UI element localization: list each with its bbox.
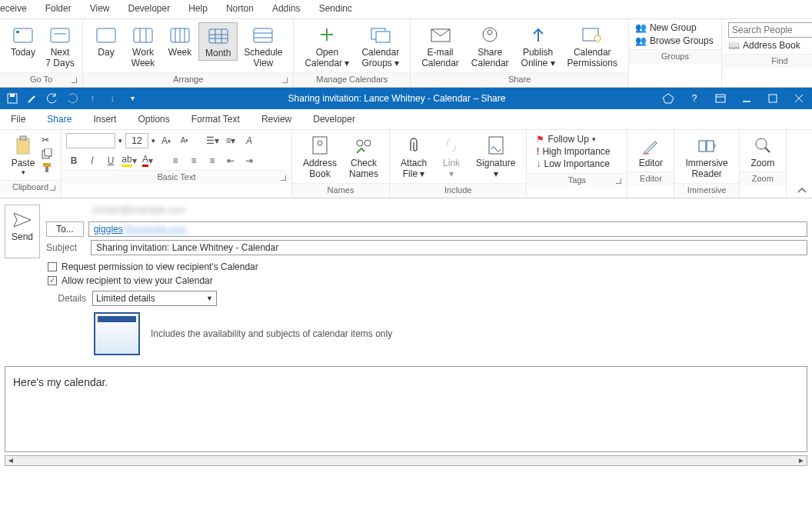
details-label: Details — [48, 293, 86, 304]
allow-view-checkbox[interactable] — [48, 276, 57, 285]
svg-marker-55 — [14, 213, 31, 227]
qat-customize-icon[interactable]: ▾ — [126, 92, 138, 105]
bold-icon[interactable]: B — [66, 153, 82, 168]
subject-input[interactable]: Sharing invitation: Lance Whitney - Cale… — [91, 240, 807, 255]
check-names-button[interactable]: Check Names — [343, 133, 384, 181]
email-calendar-button[interactable]: E-mail Calendar — [415, 22, 465, 71]
decrease-indent-icon[interactable]: ⇤ — [223, 153, 238, 168]
tab-developer[interactable]: Developer — [313, 114, 355, 125]
font-family-select[interactable] — [66, 133, 115, 148]
share-calendar-button[interactable]: Share Calendar — [465, 22, 515, 71]
signature-button[interactable]: Signature▾ — [470, 133, 521, 181]
tab-review[interactable]: Review — [261, 114, 291, 125]
align-right-icon[interactable]: ≡ — [205, 153, 220, 168]
high-importance-button[interactable]: !High Importance — [531, 145, 622, 158]
minimize-button[interactable] — [734, 88, 760, 109]
editor-button[interactable]: Editor — [632, 133, 669, 170]
font-size-select[interactable]: 12 — [125, 133, 148, 148]
request-permission-checkbox[interactable] — [48, 262, 57, 271]
decrease-font-icon[interactable]: A▾ — [177, 133, 192, 148]
premium-icon[interactable] — [655, 88, 681, 109]
message-body-editor[interactable]: Here's my calendar. — [5, 366, 807, 452]
zoom-button[interactable]: Zoom — [744, 133, 781, 170]
tab-insert[interactable]: Insert — [93, 114, 116, 125]
copy-icon[interactable] — [42, 148, 52, 159]
goto-dialog-launcher[interactable] — [72, 78, 79, 85]
arrange-schedule-label: Schedule View — [244, 47, 282, 69]
qat-save-icon[interactable] — [6, 92, 18, 105]
ribbon-display-icon[interactable] — [707, 88, 734, 109]
bullets-icon[interactable]: ☰▾ — [205, 133, 220, 148]
tags-dialog-launcher[interactable] — [616, 178, 624, 186]
cut-icon[interactable]: ✂ — [42, 135, 52, 145]
basictext-dialog-launcher[interactable] — [281, 175, 288, 183]
tab-file[interactable]: File — [11, 114, 25, 125]
calendar-permissions-button[interactable]: Calendar Permissions — [561, 22, 624, 71]
maximize-button[interactable] — [760, 88, 786, 109]
arrange-week-button[interactable]: Week — [161, 22, 198, 59]
clipboard-dialog-launcher[interactable] — [50, 185, 58, 193]
address-book-btn[interactable]: Address Book — [297, 133, 343, 181]
qat-undo-icon[interactable] — [46, 92, 58, 105]
tab-options[interactable]: Options — [138, 114, 169, 125]
menu-folder[interactable]: Folder — [45, 3, 72, 14]
menu-receive[interactable]: eceive — [0, 3, 27, 14]
close-button[interactable] — [786, 88, 812, 109]
send-button[interactable]: Send — [5, 205, 40, 258]
menu-norton[interactable]: Norton — [226, 3, 254, 14]
browse-groups-button[interactable]: 👥Browse Groups — [635, 35, 715, 46]
arrange-schedule-button[interactable]: Schedule View — [238, 22, 288, 71]
numbering-icon[interactable]: ≡▾ — [223, 133, 238, 148]
underline-icon[interactable]: U — [103, 153, 118, 168]
increase-font-icon[interactable]: A▴ — [158, 133, 174, 148]
format-painter-icon[interactable] — [42, 162, 52, 173]
align-center-icon[interactable]: ≡ — [186, 153, 201, 168]
menu-developer[interactable]: Developer — [128, 3, 171, 14]
qat-redo-icon[interactable] — [66, 92, 78, 105]
qat-down-arrow-icon[interactable]: ↓ — [106, 92, 118, 105]
arrange-week-label: Week — [168, 47, 191, 58]
align-left-icon[interactable]: ≡ — [168, 153, 183, 168]
increase-indent-icon[interactable]: ⇥ — [241, 153, 257, 168]
qat-brush-icon[interactable] — [26, 92, 38, 105]
attach-file-button[interactable]: Attach File ▾ — [394, 133, 433, 181]
to-field-input[interactable]: giggles@example.com — [88, 221, 807, 237]
menu-view[interactable]: View — [90, 3, 110, 14]
scroll-left-icon[interactable]: ◄ — [5, 456, 16, 464]
scroll-right-icon[interactable]: ► — [796, 456, 807, 464]
svg-rect-45 — [43, 163, 51, 167]
calendar-groups-button[interactable]: Calendar Groups ▾ — [355, 22, 405, 71]
collapse-ribbon-icon[interactable] — [797, 187, 807, 195]
address-book-button[interactable]: 📖Address Book — [728, 40, 812, 51]
qat-up-arrow-icon[interactable]: ↑ — [86, 92, 98, 105]
immersive-reader-button[interactable]: Immersive Reader — [679, 133, 734, 181]
search-people-input[interactable] — [728, 22, 812, 38]
follow-up-button[interactable]: ⚑Follow Up▾ — [531, 133, 622, 145]
clear-format-icon[interactable]: A — [241, 133, 257, 148]
help-icon[interactable]: ? — [681, 88, 707, 109]
tab-format-text[interactable]: Format Text — [191, 114, 240, 125]
highlight-icon[interactable]: ab▾ — [121, 153, 137, 168]
menu-sendinc[interactable]: Sendinc — [319, 3, 352, 14]
arrange-month-button[interactable]: Month — [198, 22, 238, 61]
to-field-button[interactable]: To... — [46, 221, 84, 237]
horizontal-scrollbar[interactable]: ◄ ► — [5, 455, 807, 466]
tab-share[interactable]: Share — [47, 114, 72, 125]
menu-help[interactable]: Help — [188, 3, 208, 14]
arrange-day-button[interactable]: Day — [88, 22, 125, 59]
arrange-dialog-launcher[interactable] — [282, 78, 290, 85]
italic-icon[interactable]: I — [85, 153, 100, 168]
new-group-button[interactable]: 👥New Group — [635, 22, 715, 33]
font-color-icon[interactable]: A▾ — [140, 153, 155, 168]
to-recipient-chip[interactable]: giggles — [94, 224, 123, 235]
goto-today-button[interactable]: Today — [5, 22, 42, 59]
arrange-workweek-button[interactable]: Work Week — [125, 22, 161, 71]
low-importance-button[interactable]: ↓Low Importance — [531, 158, 622, 170]
link-button[interactable]: Link▾ — [433, 133, 470, 181]
goto-next7-button[interactable]: Next 7 Days — [42, 22, 78, 71]
paste-button[interactable]: Paste▾ — [5, 133, 42, 178]
details-select[interactable]: Limited details▼ — [92, 291, 217, 306]
publish-online-button[interactable]: Publish Online ▾ — [515, 22, 561, 71]
open-calendar-button[interactable]: Open Calendar ▾ — [298, 22, 355, 71]
menu-addins[interactable]: Addins — [272, 3, 301, 14]
